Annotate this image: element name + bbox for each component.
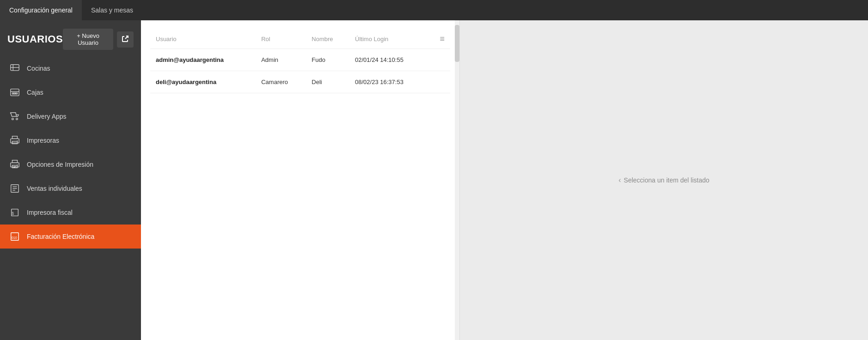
- fiscal-printer-icon: $: [9, 207, 20, 218]
- page-title: USUARIOS: [7, 33, 63, 45]
- users-table: Usuario Rol Nombre Último Login ≡ admin@…: [150, 30, 450, 93]
- table-container[interactable]: Usuario Rol Nombre Último Login ≡ admin@…: [141, 20, 459, 340]
- svg-rect-6: [14, 93, 16, 94]
- sidebar-item-cajas[interactable]: Cajas: [0, 80, 141, 104]
- sidebar-item-label: Opciones de Impresión: [27, 161, 93, 168]
- sidebar-item-cocinas[interactable]: Cocinas: [0, 56, 141, 80]
- cell-usuario: deli@ayudaargentina: [150, 71, 256, 93]
- svg-rect-12: [12, 141, 18, 144]
- sales-icon: [9, 183, 20, 194]
- cell-usuario: admin@ayudaargentina: [150, 49, 256, 71]
- cell-rol: Camarero: [256, 71, 306, 93]
- table-row[interactable]: admin@ayudaargentina Admin Fudo 02/01/24…: [150, 49, 450, 71]
- cell-rol: Admin: [256, 49, 306, 71]
- sidebar-item-label: Ventas individuales: [27, 185, 82, 192]
- col-header-menu: ≡: [429, 30, 450, 49]
- detail-placeholder: ‹ Selecciona un item del listado: [618, 176, 709, 184]
- col-header-ultimo-login: Último Login: [349, 30, 429, 49]
- export-icon: [122, 35, 129, 42]
- cell-ultimo-login: 08/02/23 16:37:53: [349, 71, 429, 93]
- sidebar-nav: Cocinas Cajas Delivery Apps Impresoras: [0, 56, 141, 340]
- sidebar-item-impresora-fiscal[interactable]: $ Impresora fiscal: [0, 200, 141, 225]
- sidebar: USUARIOS + Nuevo Usuario Cocinas: [0, 20, 141, 340]
- svg-rect-5: [12, 93, 14, 94]
- sidebar-item-facturacion-electronica[interactable]: 010 Facturación Electrónica: [0, 225, 141, 249]
- sidebar-item-label: Cocinas: [27, 65, 50, 72]
- cell-menu: [429, 49, 450, 71]
- sidebar-item-label: Delivery Apps: [27, 113, 67, 120]
- cell-nombre: Fudo: [306, 49, 349, 71]
- sidebar-item-delivery-apps[interactable]: Delivery Apps: [0, 104, 141, 128]
- scrollbar-track[interactable]: [455, 20, 459, 340]
- cell-ultimo-login: 02/01/24 14:10:55: [349, 49, 429, 71]
- nav-configuracion-general[interactable]: Configuración general: [0, 0, 82, 20]
- sidebar-header: USUARIOS + Nuevo Usuario: [0, 20, 141, 56]
- scrollbar-thumb[interactable]: [455, 25, 459, 62]
- sidebar-item-opciones-impresion[interactable]: Opciones de Impresión: [0, 152, 141, 176]
- detail-placeholder-text: Selecciona un item del listado: [624, 176, 709, 184]
- sidebar-item-label: Facturación Electrónica: [27, 233, 94, 240]
- cell-menu: [429, 71, 450, 93]
- col-header-nombre: Nombre: [306, 30, 349, 49]
- nav-salas-mesas[interactable]: Salas y mesas: [82, 0, 142, 20]
- sidebar-item-label: Impresora fiscal: [27, 209, 73, 216]
- svg-text:$: $: [12, 212, 14, 216]
- cell-nombre: Deli: [306, 71, 349, 93]
- col-header-usuario: Usuario: [150, 30, 256, 49]
- chevron-left-icon: ‹: [618, 176, 621, 184]
- printer-icon: [9, 135, 20, 146]
- svg-rect-10: [12, 136, 18, 139]
- svg-point-9: [16, 118, 18, 120]
- sidebar-actions: + Nuevo Usuario: [63, 29, 134, 50]
- register-icon: [9, 87, 20, 98]
- content-area: Usuario Rol Nombre Último Login ≡ admin@…: [141, 20, 868, 340]
- nuevo-usuario-button[interactable]: + Nuevo Usuario: [63, 29, 113, 50]
- svg-point-17: [17, 164, 18, 165]
- delivery-icon: [9, 111, 20, 122]
- kitchen-icon: [9, 63, 20, 74]
- sidebar-item-label: Impresoras: [27, 137, 59, 144]
- svg-rect-14: [12, 160, 18, 163]
- electronic-billing-icon: 010: [9, 231, 20, 242]
- sidebar-item-impresoras[interactable]: Impresoras: [0, 128, 141, 152]
- table-panel: Usuario Rol Nombre Último Login ≡ admin@…: [141, 20, 460, 340]
- svg-point-13: [17, 140, 18, 141]
- svg-rect-3: [11, 89, 19, 96]
- table-row[interactable]: deli@ayudaargentina Camarero Deli 08/02/…: [150, 71, 450, 93]
- detail-panel: ‹ Selecciona un item del listado: [460, 20, 868, 340]
- svg-rect-7: [16, 93, 18, 94]
- svg-point-8: [12, 118, 14, 120]
- export-button[interactable]: [117, 31, 134, 48]
- top-nav: Configuración general Salas y mesas: [0, 0, 868, 20]
- sidebar-item-label: Cajas: [27, 89, 43, 96]
- col-header-rol: Rol: [256, 30, 306, 49]
- main-layout: USUARIOS + Nuevo Usuario Cocinas: [0, 20, 868, 340]
- svg-text:010: 010: [12, 236, 17, 240]
- print-options-icon: [9, 159, 20, 170]
- sidebar-item-ventas-individuales[interactable]: Ventas individuales: [0, 176, 141, 200]
